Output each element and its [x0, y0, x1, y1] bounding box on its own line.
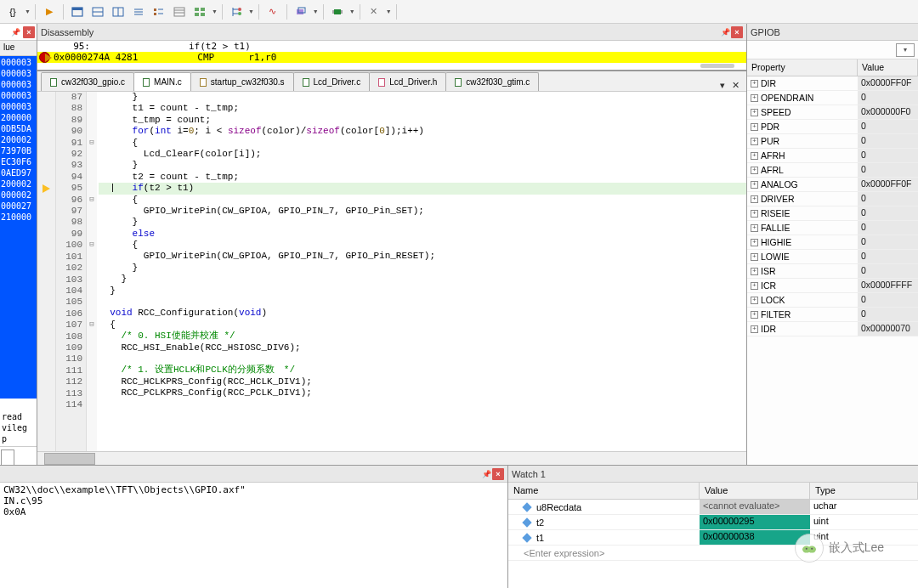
- close-icon[interactable]: ×: [23, 26, 35, 38]
- expand-icon[interactable]: +: [751, 138, 758, 145]
- enter-expression[interactable]: <Enter expression>: [508, 546, 700, 560]
- svg-rect-19: [201, 13, 205, 16]
- gpiob-row-driver[interactable]: +DRIVER0: [747, 192, 918, 206]
- tab-close-icon[interactable]: ✕: [728, 80, 743, 91]
- pin-icon[interactable]: 📌: [480, 468, 492, 480]
- expand-icon[interactable]: +: [751, 282, 758, 290]
- dropdown-icon[interactable]: ▾: [896, 43, 915, 57]
- expand-icon[interactable]: +: [751, 109, 758, 116]
- gpiob-row-pdr[interactable]: +PDR0: [747, 120, 918, 134]
- braces-icon[interactable]: {}: [3, 3, 22, 21]
- gpiob-row-lock[interactable]: +LOCK0: [747, 293, 918, 308]
- var-icon: [522, 502, 531, 512]
- gpiob-row-idr[interactable]: +IDR0x00000070: [747, 322, 918, 336]
- pin-icon[interactable]: 📌: [9, 26, 21, 38]
- gpiob-row-filter[interactable]: +FILTER0: [747, 308, 918, 322]
- list-icon-1[interactable]: [129, 3, 148, 21]
- gpiob-row-icr[interactable]: +ICR0x0000FFFF: [747, 279, 918, 293]
- expand-icon[interactable]: +: [751, 239, 758, 246]
- close-icon[interactable]: ×: [492, 468, 504, 480]
- col-value[interactable]: Value: [858, 59, 918, 76]
- expand-icon[interactable]: +: [751, 80, 758, 88]
- exec-pointer-icon: [42, 184, 50, 193]
- gpiob-row-isr[interactable]: +ISR0: [747, 264, 918, 279]
- code-editor[interactable]: 8788899091929394959697989910010110210310…: [37, 92, 746, 451]
- sidebar-tab[interactable]: [1, 449, 14, 465]
- wave-icon[interactable]: ∿: [264, 3, 282, 21]
- disasm-current-line[interactable]: 0x0000274A 4281CMPr1,r0: [37, 52, 746, 63]
- svg-rect-1: [72, 8, 82, 10]
- svg-rect-13: [174, 8, 184, 16]
- expand-icon[interactable]: +: [751, 181, 758, 189]
- play-icon[interactable]: ▶: [40, 3, 59, 21]
- tab-menu-icon[interactable]: ▾: [717, 80, 728, 91]
- gpiob-row-lowie[interactable]: +LOWIE0: [747, 250, 918, 264]
- svg-rect-10: [154, 13, 156, 15]
- expand-icon[interactable]: +: [751, 253, 758, 261]
- expand-icon[interactable]: +: [751, 94, 758, 102]
- exec-arrow-icon: [45, 54, 52, 62]
- svg-point-23: [238, 8, 241, 11]
- close-icon[interactable]: ×: [731, 26, 743, 38]
- var-icon: [522, 533, 531, 542]
- gpiob-row-riseie[interactable]: +RISEIE0: [747, 206, 918, 221]
- tab-Lcd_Driver-c[interactable]: Lcd_Driver.c: [293, 72, 371, 91]
- tab-startup_cw32f030-s[interactable]: startup_cw32f030.s: [190, 72, 294, 91]
- gpiob-row-analog[interactable]: +ANALOG0x0000FF0F: [747, 178, 918, 192]
- col-name[interactable]: Name: [508, 483, 700, 499]
- grid-icon[interactable]: [190, 3, 209, 21]
- col-property[interactable]: Property: [747, 59, 858, 76]
- gpiob-row-afrh[interactable]: +AFRH0: [747, 149, 918, 163]
- tab-cw32f030_gpio-c[interactable]: cw32f030_gpio.c: [41, 72, 134, 91]
- list-icon-3[interactable]: [170, 3, 189, 21]
- gpiob-title: GPIOB: [747, 24, 918, 41]
- window-icon-3[interactable]: [109, 3, 128, 21]
- gpiob-row-afrl[interactable]: +AFRL0: [747, 163, 918, 178]
- tools-icon[interactable]: ✕: [365, 3, 383, 21]
- layers-icon[interactable]: [292, 3, 310, 21]
- watch-row-t2[interactable]: t20x00000295uint: [508, 515, 918, 530]
- svg-point-24: [238, 12, 241, 15]
- expand-icon[interactable]: +: [751, 268, 758, 275]
- output-body[interactable]: CW32\\doc\\example\\TFT\\Objects\\GPIO.a…: [0, 483, 507, 588]
- tab-cw32f030_gtim-c[interactable]: cw32f030_gtim.c: [445, 72, 539, 91]
- expand-icon[interactable]: +: [751, 297, 758, 304]
- value-header: lue: [0, 41, 37, 56]
- gpiob-row-dir[interactable]: +DIR0x0000FF0F: [747, 76, 918, 91]
- expand-icon[interactable]: +: [751, 311, 758, 319]
- expand-icon[interactable]: +: [751, 195, 758, 203]
- svg-point-34: [805, 548, 807, 550]
- gpiob-row-opendrain[interactable]: +OPENDRAIN0: [747, 91, 918, 105]
- tab-Lcd_Driver-h[interactable]: Lcd_Driver.h: [369, 72, 446, 91]
- watch-title: Watch 1: [508, 466, 918, 483]
- svg-rect-25: [297, 9, 303, 14]
- tree-icon[interactable]: [227, 3, 246, 21]
- expand-icon[interactable]: +: [751, 210, 758, 218]
- window-icon-2[interactable]: [88, 3, 107, 21]
- chip-icon[interactable]: [328, 3, 347, 21]
- gpiob-row-pur[interactable]: +PUR0: [747, 134, 918, 149]
- tab-MAIN-c[interactable]: MAIN.c: [133, 72, 191, 91]
- expand-icon[interactable]: +: [751, 167, 758, 174]
- svg-rect-27: [334, 9, 341, 14]
- gpiob-row-fallie[interactable]: +FALLIE0: [747, 221, 918, 235]
- svg-rect-9: [154, 8, 156, 11]
- list-icon-2[interactable]: [150, 3, 168, 21]
- expand-icon[interactable]: +: [751, 123, 758, 131]
- resize-grip[interactable]: [700, 64, 734, 68]
- h-scrollbar[interactable]: [44, 453, 95, 465]
- svg-point-35: [811, 548, 813, 550]
- expand-icon[interactable]: +: [751, 224, 758, 232]
- col-value[interactable]: Value: [700, 483, 810, 499]
- expand-icon[interactable]: +: [751, 152, 758, 160]
- gpiob-row-speed[interactable]: +SPEED0x000000F0: [747, 105, 918, 120]
- pin-icon[interactable]: 📌: [719, 26, 731, 38]
- registers-sidebar: 📌 × lue 000003 000003 000003 000003 0000…: [0, 24, 37, 465]
- col-type[interactable]: Type: [810, 483, 918, 499]
- watch-row-u8Recdata[interactable]: u8Recdata<cannot evaluate>uchar: [508, 500, 918, 515]
- window-icon-1[interactable]: [68, 3, 87, 21]
- expand-icon[interactable]: +: [751, 325, 758, 333]
- hex-values: 000003 000003 000003 000003 000003 20000…: [0, 56, 37, 399]
- gpiob-row-highie[interactable]: +HIGHIE0: [747, 235, 918, 250]
- svg-rect-16: [195, 8, 199, 11]
